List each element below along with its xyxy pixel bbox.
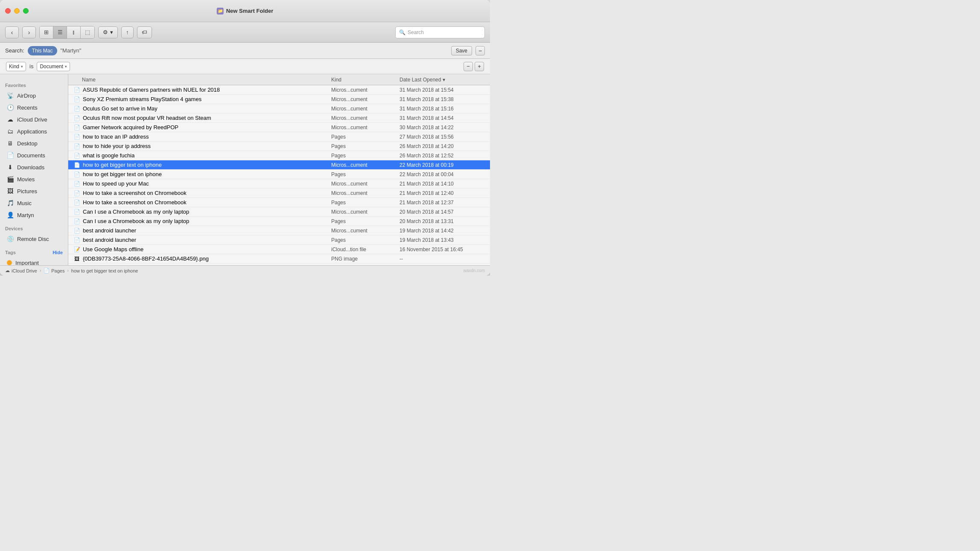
table-row[interactable]: 📄 how to hide your ip address Pages 26 M… [68,142,490,151]
sort-arrow-icon: ▾ [443,77,445,83]
toolbar: ‹ › ⊞ ☰ ⫿ ⬚ ⚙ ▾ ↑ 🏷 🔍 Search [0,22,490,43]
save-button[interactable]: Save [451,46,472,55]
file-kind: Pages [328,153,396,159]
view-icon-button[interactable]: ⊞ [40,26,53,38]
file-icon: 📄 [73,115,80,122]
search-placeholder: Search [408,29,424,35]
file-icon: 📄 [73,133,80,140]
sidebar-item-desktop[interactable]: 🖥Desktop [2,137,66,149]
breadcrumb-file[interactable]: how to get bigger text on iphone [71,268,138,273]
table-row[interactable]: 📄 Gamer Network acquired by ReedPOP Micr… [68,123,490,132]
table-row[interactable]: 🖼 {0DB39773-25A8-4066-8BF2-41654DA4B459}… [68,254,490,264]
sidebar-item-airdrop[interactable]: 📡AirDrop [2,90,66,102]
table-row[interactable]: 📄 How to take a screenshot on Chromebook… [68,188,490,198]
file-date: 31 March 2018 at 15:16 [396,106,490,112]
file-name: Use Google Maps offline [83,246,143,252]
table-row[interactable]: 📄 Sony XZ Premium streams PlayStation 4 … [68,95,490,104]
file-date: 21 March 2018 at 14:10 [396,181,490,187]
sidebar-item-label: Applications [17,128,47,135]
sidebar-item-music[interactable]: 🎵Music [2,197,66,209]
sidebar-item-pictures[interactable]: 🖼Pictures [2,185,66,197]
file-name: Oculus Go set to arrive in May [83,105,158,112]
file-icon: 📄 [73,124,80,131]
sidebar-item-downloads[interactable]: ⬇Downloads [2,161,66,173]
document-select[interactable]: Document ▾ [37,62,70,71]
table-row[interactable]: 📄 Can I use a Chromebook as my only lapt… [68,207,490,217]
file-icon: 📄 [73,171,80,178]
file-name: {0DB39773-25A8-4066-8BF2-41654DA4B459}.p… [83,255,209,262]
file-name-cell: 📄 Can I use a Chromebook as my only lapt… [68,218,328,225]
sidebar-item-label: Movies [17,176,35,183]
table-row[interactable]: 📝 Use Google Maps offline iCloud...tion … [68,245,490,254]
search-box[interactable]: 🔍 Search [395,26,485,38]
share-icon: ↑ [126,29,129,35]
file-name-cell: 📄 ASUS Republic of Gamers partners with … [68,87,328,93]
devices-label: Devices [0,221,68,233]
table-row[interactable]: 📄 how to get bigger text on iphone Pages… [68,170,490,179]
traffic-lights: ✕ − + [5,8,29,14]
add-filter-button[interactable]: + [475,62,484,71]
file-name-cell: 📄 how to get bigger text on iphone [68,162,328,168]
sidebar-item-documents[interactable]: 📄Documents [2,149,66,161]
file-icon: 📄 [73,87,80,93]
table-row[interactable]: 📄 How to take a screenshot on Chromebook… [68,198,490,207]
sidebar-item-martyn[interactable]: 👤Martyn [2,209,66,221]
sidebar-item-movies[interactable]: 🎬Movies [2,173,66,185]
table-row[interactable]: 📄 what is google fuchia Pages 26 March 2… [68,151,490,160]
file-name: Can I use a Chromebook as my only laptop [83,209,189,215]
file-kind: Micros...cument [328,96,396,102]
sidebar-item-label: AirDrop [17,93,36,99]
remove-search-button[interactable]: − [475,46,485,55]
action-button[interactable]: ⚙ ▾ [98,26,118,38]
remove-filter-button[interactable]: − [464,62,473,71]
table-row[interactable]: 📄 ASUS Republic of Gamers partners with … [68,85,490,95]
sidebar-item-important[interactable]: Important [2,257,66,265]
file-name-cell: 📄 what is google fuchia [68,152,328,159]
finder-window: ✕ − + 📁 New Smart Folder ‹ › ⊞ ☰ ⫿ ⬚ ⚙ ▾… [0,0,490,276]
table-row[interactable]: 📄 How to speed up your Mac Micros...cume… [68,179,490,188]
maximize-button[interactable]: + [23,8,29,14]
sidebar-item-applications[interactable]: 🗂Applications [2,125,66,137]
breadcrumb-pages[interactable]: 📄 Pages [44,268,64,273]
table-row[interactable]: 📄 Can I use a Chromebook as my only lapt… [68,217,490,226]
tag-button[interactable]: 🏷 [137,26,152,38]
icloud-drive-icon: ☁ [7,116,14,123]
table-row[interactable]: 📄 Oculus Go set to arrive in May Micros.… [68,104,490,113]
file-name: How to take a screenshot on Chromebook [83,190,187,196]
file-kind: Micros...cument [328,115,396,121]
tags-hide-button[interactable]: Hide [52,250,63,255]
file-name-cell: 📄 How to speed up your Mac [68,180,328,187]
minimize-button[interactable]: − [14,8,20,14]
table-row[interactable]: 📄 best android launcher Pages 19 March 2… [68,235,490,245]
watermark: waxdn.com [463,268,485,273]
file-name-cell: 📄 Oculus Go set to arrive in May [68,105,328,112]
file-kind: Micros...cument [328,209,396,215]
forward-button[interactable]: › [22,26,36,38]
back-button[interactable]: ‹ [5,26,19,38]
view-list-button[interactable]: ☰ [53,26,67,38]
file-name-cell: 📄 how to get bigger text on iphone [68,171,328,178]
table-row[interactable]: 📄 how to get bigger text on iphone Micro… [68,160,490,170]
breadcrumb-icloud[interactable]: ☁ iCloud Drive [5,268,37,273]
movies-icon: 🎬 [7,176,14,183]
file-name: Sony XZ Premium streams PlayStation 4 ga… [83,96,201,102]
column-date[interactable]: Date Last Opened ▾ [396,77,490,83]
view-column-button[interactable]: ⫿ [67,26,81,38]
action-arrow: ▾ [110,29,113,35]
kind-select[interactable]: Kind ▾ [6,62,26,71]
column-name[interactable]: Name [68,77,328,83]
close-button[interactable]: ✕ [5,8,11,14]
file-date: 19 March 2018 at 13:43 [396,237,490,243]
view-cover-button[interactable]: ⬚ [81,26,94,38]
file-name-cell: 📄 How to take a screenshot on Chromebook [68,190,328,197]
search-scope-pill[interactable]: This Mac [28,46,57,55]
sidebar-item-recents[interactable]: 🕐Recents [2,102,66,113]
sidebar-item-remote-disc[interactable]: 💿Remote Disc [2,233,66,245]
sidebar-item-icloud-drive[interactable]: ☁iCloud Drive [2,113,66,125]
table-row[interactable]: 📄 best android launcher Micros...cument … [68,226,490,235]
share-button[interactable]: ↑ [121,26,134,38]
table-row[interactable]: 📄 Oculus Rift now most popular VR headse… [68,113,490,123]
column-kind[interactable]: Kind [328,77,396,83]
table-row[interactable]: 📄 how to trace an IP address Pages 27 Ma… [68,132,490,142]
file-icon: 📄 [73,96,80,103]
